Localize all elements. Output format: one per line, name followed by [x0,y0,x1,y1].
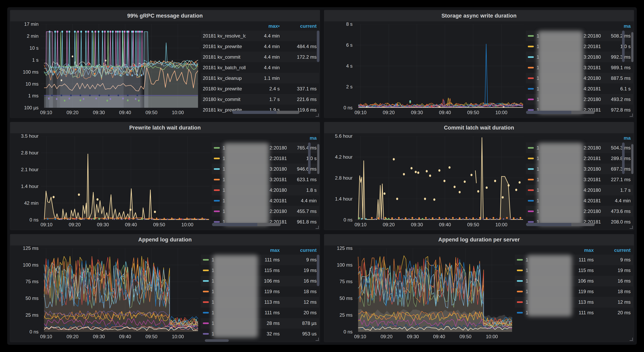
series-name[interactable]: 13:20181 99% [536,177,601,182]
legend-horizontal-scrollbar[interactable] [212,223,280,226]
panel-vertical-scrollbar[interactable] [631,144,634,174]
series-name[interactable]: 13:20180 99% [526,278,560,284]
legend-row[interactable]: 12:20180 95%455.7 ms [212,206,319,217]
series-name[interactable]: 20181 kv_batch_rollback [203,65,246,70]
time-series-chart[interactable]: 0 ns25 ms50 ms75 ms100 ms125 ms 09:1009:… [10,245,200,342]
panel-title[interactable]: Commit latch wait duration [444,125,514,131]
plot-canvas[interactable] [355,136,524,220]
legend-row[interactable]: 12:20181 99%1.0 s [212,153,319,164]
panel-title[interactable]: Prewrite latch wait duration [129,125,201,131]
panel-vertical-scrollbar[interactable] [631,32,634,62]
series-name[interactable]: 14:20180 99% [536,75,601,81]
series-color-marker[interactable] [528,99,534,100]
legend-col-current[interactable]: current [280,23,316,29]
series-color-marker[interactable] [214,179,220,180]
panel-resize-handle[interactable] [316,113,319,117]
series-name[interactable]: 12:20180 99% [526,257,560,263]
plot-area[interactable]: 09:1009:2009:3009:4009:5010:00 [41,136,210,220]
legend-col-max[interactable]: ma [283,135,316,141]
series-color-marker[interactable] [203,270,209,271]
series-name[interactable]: 12:20181 99% [212,268,246,273]
series-color-marker[interactable] [528,35,534,37]
series-color-marker[interactable] [528,179,534,180]
plot-canvas[interactable] [41,136,210,220]
series-name[interactable]: 12:20180 95% [536,209,601,214]
legend-row[interactable]: 20181 kv_batch_rollback4.4 min [201,62,319,73]
legend-row[interactable]: 13:20181 99%119 ms18 ms [201,286,319,297]
legend-horizontal-scrollbar[interactable] [526,223,594,226]
series-name[interactable]: 13:20181 99% [212,289,246,294]
series-name[interactable]: 12:20180 95% [212,321,246,326]
series-color-marker[interactable] [517,291,523,292]
legend-row[interactable]: 20181 kv_cleanup1.1 min [201,73,319,83]
legend-col-max[interactable]: ma [597,135,630,141]
series-color-marker[interactable] [517,312,523,314]
series-color-marker[interactable] [214,158,220,159]
series-color-marker[interactable] [528,88,534,90]
series-name[interactable]: 14:20181 99% [212,310,246,316]
panel-resize-handle[interactable] [316,338,319,341]
series-name[interactable]: 14:20181 99% [526,310,560,316]
series-color-marker[interactable] [528,158,534,159]
series-name[interactable]: 12:20180 95% [536,97,601,102]
panel-title[interactable]: Append log duration per server [438,237,520,243]
series-color-marker[interactable] [214,200,220,202]
legend-row[interactable]: 14:20181 99%4.4 min [526,195,633,206]
legend-vertical-scrollbar[interactable] [308,142,310,174]
legend-row[interactable]: 13:20180 99%697.3 ms [526,164,633,174]
series-color-marker[interactable] [214,168,220,170]
series-name[interactable]: 20181 kv_resolve_lock [203,33,246,39]
series-color-marker[interactable] [528,221,534,223]
plot-area[interactable]: 09:1009:2009:3009:4009:5010:00 [41,248,199,332]
series-color-marker[interactable] [203,301,209,303]
series-name[interactable]: 12:20180 99% [222,145,287,151]
panel-header[interactable]: 99% gRPC message duration [10,10,320,21]
series-name[interactable]: 12:20181 95% [212,331,246,337]
legend-row[interactable]: 14:20181 99%4.4 min [212,195,319,206]
series-name[interactable]: 20181 kv_prewrite [203,44,246,49]
legend-row[interactable]: 13:20181 99%227.1 ms [526,174,633,185]
plot-canvas[interactable] [41,248,199,332]
series-color-marker[interactable] [528,211,534,212]
legend-row[interactable]: 12:20181 99%289.8 ms [526,153,633,164]
series-color-marker[interactable] [203,259,209,261]
series-color-marker[interactable] [517,270,523,271]
series-name[interactable]: 12:20180 99% [536,33,601,39]
series-color-marker[interactable] [528,67,534,68]
legend-row[interactable]: 20181 kv_resolve_lock4.4 min [201,30,319,41]
legend-horizontal-scrollbar[interactable] [205,339,229,342]
series-color-marker[interactable] [203,291,209,292]
series-name[interactable]: 20180 kv_commit [203,97,246,102]
series-color-marker[interactable] [214,189,220,191]
panel-resize-handle[interactable] [316,226,319,229]
legend-row[interactable]: 13:20180 99%992.3 ms [526,52,633,62]
legend-vertical-scrollbar[interactable] [622,142,625,174]
series-color-marker[interactable] [528,189,534,191]
plot-canvas[interactable] [355,248,513,332]
legend-row[interactable]: 13:20180 99%946.6 ms [212,164,319,174]
series-color-marker[interactable] [214,221,220,223]
series-name[interactable]: 13:20180 99% [222,166,287,172]
time-series-chart[interactable]: 0 ns1.4 hour2.8 hour4.2 hour5.6 hour 09:… [324,133,525,230]
series-color-marker[interactable] [528,200,534,202]
series-name[interactable]: 12:20181 99% [536,156,601,161]
legend-row[interactable]: 12:20181 99%115 ms19 ms [201,265,319,276]
plot-canvas[interactable] [41,24,199,108]
legend-vertical-scrollbar[interactable] [317,30,320,62]
series-name[interactable]: 13:20180 99% [536,54,601,60]
panel-header[interactable]: Append log duration [10,234,320,245]
time-series-chart[interactable]: 100 µs1 ms10 ms100 ms1 s10 s2 min17 min … [10,21,200,118]
legend-row[interactable]: 12:20180 99%111 ms9 ms [201,255,319,265]
legend-col-current[interactable]: current [594,247,630,253]
legend-row[interactable]: 14:20181 99%111 ms20 ms [515,308,633,318]
legend-row[interactable]: 12:20180 99%504.3 ms [526,142,633,153]
legend-row[interactable]: 20181 kv_commit4.4 min172.2 ms [201,52,319,62]
legend-row[interactable]: 13:20180 99%106 ms16 ms [201,276,319,286]
series-color-marker[interactable] [517,301,523,303]
series-color-marker[interactable] [203,333,209,335]
series-color-marker[interactable] [203,323,209,324]
plot-area[interactable]: 09:1009:2009:3009:4009:5010:00 [355,24,524,108]
panel-resize-handle[interactable] [630,113,633,117]
series-color-marker[interactable] [528,147,534,149]
legend-col-max[interactable]: max [246,247,280,253]
